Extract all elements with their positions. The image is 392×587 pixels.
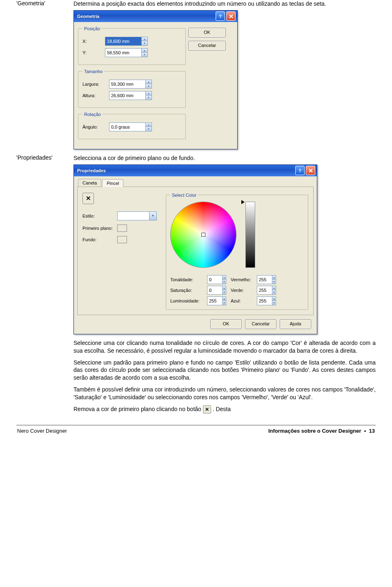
input-y-field[interactable]	[105, 49, 141, 57]
chevron-down-icon[interactable]: ▼	[222, 279, 226, 284]
ok-button[interactable]: OK	[188, 28, 226, 38]
input-verde[interactable]: ▲▼	[257, 286, 276, 295]
input-azul[interactable]: ▲▼	[257, 296, 276, 305]
chevron-up-icon[interactable]: ▲	[141, 49, 147, 53]
help-button[interactable]: Ajuda	[280, 319, 311, 329]
cancel-button[interactable]: Cancelar	[188, 41, 226, 51]
divider	[16, 425, 376, 425]
propriedades-dialog: Propriedades ? Caneta Pincel ✕	[74, 165, 317, 334]
group-tamanho: Tamanho Largura: ▲▼ Altura:	[78, 69, 186, 108]
chevron-down-icon[interactable]: ▼	[272, 300, 276, 305]
page-number: 13	[369, 428, 375, 434]
input-saturacao[interactable]: ▲▼	[207, 286, 226, 295]
chevron-up-icon[interactable]: ▲	[272, 286, 276, 290]
chevron-up-icon[interactable]: ▲	[272, 297, 276, 301]
propriedades-titlebar: Propriedades ?	[74, 165, 317, 176]
input-luminosidade[interactable]: ▲▼	[207, 296, 226, 305]
color-wheel[interactable]	[170, 202, 240, 271]
input-x[interactable]: ▲▼	[105, 37, 148, 46]
label-saturacao: Saturação:	[170, 288, 205, 293]
chevron-down-icon[interactable]: ▼	[222, 290, 226, 294]
chevron-down-icon[interactable]: ▼	[272, 290, 276, 294]
clear-button[interactable]: ✕	[82, 193, 94, 204]
input-tonalidade[interactable]: ▲▼	[207, 275, 226, 284]
label-azul: Azul:	[231, 298, 255, 303]
input-vermelho[interactable]: ▲▼	[257, 275, 276, 284]
paragraph-1: Seleccione uma cor clicando numa tonalid…	[74, 339, 376, 355]
x-icon: ✕	[203, 405, 211, 414]
chevron-up-icon[interactable]: ▲	[145, 91, 151, 96]
chevron-up-icon[interactable]: ▲	[141, 37, 147, 41]
paragraph-2: Seleccione um padrão para primeiro plano…	[74, 359, 376, 382]
chevron-up-icon[interactable]: ▲	[222, 276, 226, 280]
close-icon[interactable]	[306, 166, 315, 175]
legend-tamanho: Tamanho	[82, 69, 104, 74]
label-fundo: Fundo:	[82, 237, 117, 242]
label-luminosidade: Luminosidade:	[170, 298, 205, 303]
paragraph-4a: Remova a cor de primeiro plano clicando …	[74, 406, 203, 412]
input-angulo[interactable]: ▲▼	[109, 122, 152, 131]
chevron-down-icon[interactable]: ▼	[141, 41, 147, 45]
combo-estilo[interactable]: ▼	[117, 211, 157, 220]
label-verde: Verde:	[231, 288, 255, 293]
label-estilo: Estilo:	[82, 213, 117, 218]
input-x-field[interactable]	[105, 37, 141, 45]
chevron-up-icon[interactable]: ▲	[145, 80, 151, 84]
ok-button[interactable]: OK	[210, 319, 242, 329]
luminosity-bar[interactable]	[245, 202, 255, 268]
cancel-button[interactable]: Cancelar	[245, 319, 276, 329]
legend-select-color: Select Color	[170, 193, 198, 198]
chevron-up-icon[interactable]: ▲	[145, 123, 151, 127]
input-largura-field[interactable]	[109, 80, 145, 88]
chevron-up-icon[interactable]: ▲	[222, 286, 226, 290]
chevron-down-icon[interactable]: ▼	[272, 279, 276, 284]
color-wheel-indicator[interactable]	[201, 233, 205, 237]
input-altura-field[interactable]	[109, 91, 145, 100]
term-propriedades: 'Propriedades'	[16, 154, 74, 161]
geometria-dialog: Geometria ? Posição X: ▲▼	[74, 10, 238, 149]
page-footer: Nero Cover Designer Informações sobre o …	[16, 428, 376, 434]
paragraph-4: Remova a cor de primeiro plano clicando …	[74, 405, 376, 414]
label-x: X:	[82, 39, 105, 44]
label-angulo: Ângulo:	[82, 125, 109, 129]
swatch-fundo[interactable]	[117, 236, 127, 243]
tabs: Caneta Pincel	[77, 179, 314, 187]
propriedades-title: Propriedades	[77, 168, 294, 173]
label-vermelho: Vermelho:	[231, 277, 255, 282]
geometria-titlebar: Geometria ?	[74, 11, 237, 22]
chevron-up-icon[interactable]: ▲	[222, 297, 226, 301]
term-geometria: 'Geometria'	[16, 0, 74, 7]
label-altura: Altura:	[82, 93, 109, 98]
tab-pincel[interactable]: Pincel	[102, 179, 123, 187]
label-primeiro: Primeiro plano:	[82, 226, 117, 231]
chevron-down-icon[interactable]: ▼	[145, 84, 151, 88]
chevron-down-icon[interactable]: ▼	[145, 95, 151, 100]
chevron-down-icon[interactable]: ▼	[141, 52, 147, 57]
input-angulo-field[interactable]	[109, 123, 145, 131]
label-y: Y:	[82, 50, 105, 55]
label-largura: Largura:	[82, 82, 109, 87]
paragraph-3: Também é possível definir uma cor introd…	[74, 386, 376, 401]
group-select-color: Select Color	[166, 193, 308, 310]
legend-rotacao: Rotação	[82, 112, 102, 117]
tab-caneta[interactable]: Caneta	[78, 179, 101, 187]
chevron-up-icon[interactable]: ▲	[272, 276, 276, 280]
input-y[interactable]: ▲▼	[105, 48, 148, 57]
help-icon[interactable]: ?	[295, 166, 305, 175]
paragraph-4b: . Desta	[213, 406, 231, 412]
chevron-down-icon[interactable]: ▼	[149, 212, 156, 220]
label-tonalidade: Tonalidade:	[170, 277, 205, 282]
group-rotacao: Rotação Ângulo: ▲▼	[78, 112, 186, 139]
footer-right: Informações sobre o Cover Designer • 13	[268, 428, 375, 434]
help-icon[interactable]: ?	[216, 11, 225, 21]
legend-posicao: Posição	[82, 26, 102, 31]
chevron-down-icon[interactable]: ▼	[145, 127, 151, 131]
desc-geometria: Determina a posição exacta dos elementos…	[74, 0, 376, 8]
chevron-down-icon[interactable]: ▼	[222, 300, 226, 305]
close-icon[interactable]	[226, 11, 236, 21]
input-altura[interactable]: ▲▼	[109, 91, 152, 100]
input-largura[interactable]: ▲▼	[109, 80, 152, 89]
swatch-primeiro[interactable]	[117, 225, 127, 232]
luminosity-arrow-icon[interactable]	[241, 200, 245, 204]
desc-propriedades: Selecciona a cor de primeiro plano ou de…	[74, 154, 376, 162]
